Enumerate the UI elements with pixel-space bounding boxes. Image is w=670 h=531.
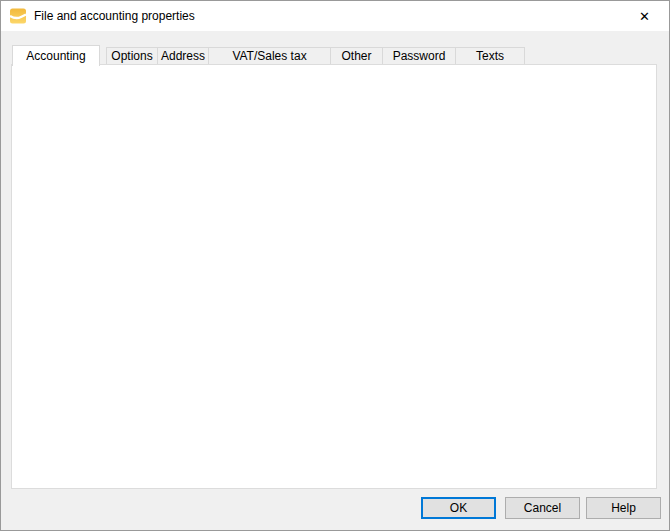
close-icon: ✕ [639,10,650,23]
tab-texts[interactable]: Texts [455,47,525,64]
close-button[interactable]: ✕ [622,2,667,30]
tab-address[interactable]: Address [157,47,209,64]
tab-options[interactable]: Options [106,47,158,64]
tab-label: Options [111,49,152,63]
tab-accounting[interactable]: Accounting [12,45,100,66]
help-button[interactable]: Help [586,497,661,519]
titlebar: File and accounting properties ✕ [1,1,669,31]
tab-label: Password [393,49,446,63]
tab-label: VAT/Sales tax [232,49,306,63]
cancel-button[interactable]: Cancel [505,497,580,519]
tab-label: Address [161,49,205,63]
help-button-label: Help [611,501,636,515]
tab-label: Accounting [26,49,85,63]
tab-label: Other [341,49,371,63]
tab-vat-sales-tax[interactable]: VAT/Sales tax [208,47,331,64]
tab-label: Texts [476,49,504,63]
tab-password[interactable]: Password [382,47,456,64]
app-icon [9,7,27,25]
ok-button-label: OK [450,501,467,515]
cancel-button-label: Cancel [524,501,561,515]
file-and-accounting-properties-dialog: File and accounting properties ✕ Account… [0,0,670,531]
tab-other[interactable]: Other [330,47,383,64]
window-title: File and accounting properties [34,9,195,23]
ok-button[interactable]: OK [421,497,496,519]
accounting-tab-panel [11,64,657,489]
